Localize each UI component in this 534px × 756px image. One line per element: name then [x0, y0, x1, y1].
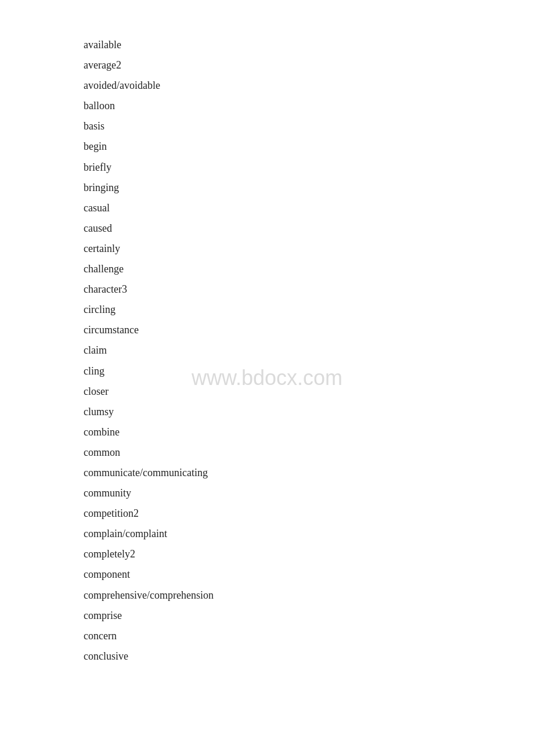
list-item: common — [84, 442, 534, 463]
list-item: complain/complaint — [84, 524, 534, 544]
list-item: concern — [84, 626, 534, 646]
list-item: casual — [84, 198, 534, 218]
list-item: average2 — [84, 55, 534, 75]
list-item: clumsy — [84, 402, 534, 422]
list-item: community — [84, 483, 534, 503]
list-item: cling — [84, 361, 534, 381]
word-list: availableaverage2avoided/avoidableballoo… — [0, 0, 534, 701]
list-item: begin — [84, 136, 534, 157]
list-item: conclusive — [84, 646, 534, 667]
list-item: comprehensive/comprehension — [84, 585, 534, 606]
list-item: claim — [84, 340, 534, 361]
list-item: circumstance — [84, 320, 534, 340]
list-item: closer — [84, 381, 534, 402]
list-item: challenge — [84, 259, 534, 279]
list-item: bringing — [84, 178, 534, 198]
list-item: comprise — [84, 606, 534, 626]
list-item: avoided/avoidable — [84, 75, 534, 96]
list-item: component — [84, 564, 534, 585]
list-item: combine — [84, 422, 534, 442]
list-item: available — [84, 35, 534, 55]
list-item: communicate/communicating — [84, 463, 534, 483]
list-item: character3 — [84, 279, 534, 300]
list-item: completely2 — [84, 544, 534, 564]
list-item: certainly — [84, 239, 534, 259]
list-item: caused — [84, 218, 534, 239]
list-item: basis — [84, 116, 534, 136]
list-item: briefly — [84, 157, 534, 178]
list-item: circling — [84, 300, 534, 320]
list-item: balloon — [84, 96, 534, 116]
list-item: competition2 — [84, 503, 534, 524]
